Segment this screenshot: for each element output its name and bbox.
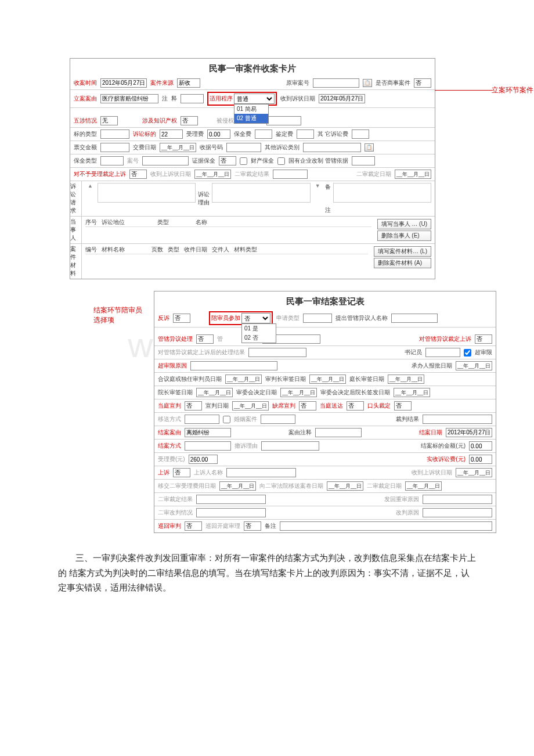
- scroll-up-icon[interactable]: ▲: [85, 183, 95, 214]
- inp-appellant[interactable]: [226, 468, 296, 477]
- inp-collegial-date[interactable]: __年__月__日: [225, 375, 262, 384]
- inp-committee-date[interactable]: __年__月__日: [280, 388, 317, 397]
- btn-add-party[interactable]: 填写当事人 … (U): [377, 219, 431, 229]
- inp-2nd-ruling-date[interactable]: __年__月__日: [405, 481, 442, 491]
- lbl-president-sign: 院长审签日期: [158, 388, 193, 397]
- inp-judgment-result[interactable]: [423, 415, 492, 424]
- dd-juror-no[interactable]: 02 否: [242, 333, 276, 343]
- inp-five-involve[interactable]: [100, 116, 118, 125]
- inp-jurisdiction-handle[interactable]: [196, 334, 214, 344]
- inp-post-committee-date[interactable]: __年__月__日: [394, 388, 430, 397]
- inp-close-mode[interactable]: [185, 441, 231, 451]
- inp-oral-ruling[interactable]: [394, 401, 412, 411]
- inp-2nd-result[interactable]: [273, 170, 308, 179]
- lookup-icon[interactable]: 📋: [363, 79, 372, 87]
- inp-appeal2[interactable]: [173, 468, 190, 477]
- inp-close-amount[interactable]: [469, 441, 492, 451]
- inp-remand-reason[interactable]: [423, 495, 492, 504]
- inp-case-cause[interactable]: [100, 94, 158, 103]
- inp-ip[interactable]: [181, 116, 198, 125]
- inp-receive-time[interactable]: [100, 78, 147, 88]
- cb-soe-reform[interactable]: [277, 157, 285, 165]
- inp-appraisal-fee[interactable]: [297, 129, 314, 139]
- inp-accept-fee[interactable]: [207, 129, 230, 139]
- inp-commercial[interactable]: [414, 78, 431, 88]
- inp-countersuit[interactable]: [173, 314, 190, 323]
- inp-absent-announce[interactable]: [299, 401, 316, 411]
- inp-2nd-result2[interactable]: [196, 495, 266, 504]
- inp-circuit-hearing[interactable]: [244, 521, 261, 531]
- dd-opt-normal[interactable]: 02 普通: [234, 114, 268, 123]
- cb-marriage[interactable]: [223, 416, 230, 423]
- inp-close-cause[interactable]: [185, 428, 231, 437]
- inp-court-serve[interactable]: [347, 401, 364, 411]
- inp-pay-amount[interactable]: [100, 143, 129, 152]
- inp-infringed-country[interactable]: [266, 116, 301, 125]
- cb-property-preserve[interactable]: [240, 157, 247, 165]
- inp-court-announce[interactable]: [185, 401, 202, 411]
- scroll-down-icon[interactable]: ▼: [313, 183, 323, 214]
- inp-appeal-recv-date[interactable]: __年__月__日: [456, 468, 492, 477]
- inp-appeal-receive-date[interactable]: __年__月__日: [194, 170, 231, 179]
- inp-jurisdiction-proposer[interactable]: [391, 314, 438, 323]
- row-countersuit: 反诉 陪审员参加 否 01 是 02 否 申请类型 提出管辖异议人名称: [154, 309, 496, 327]
- inp-reject-appeal[interactable]: [129, 170, 147, 179]
- inp-orig-caseno[interactable]: [313, 78, 359, 88]
- inp-withdraw-reason[interactable]: [261, 441, 319, 451]
- inp-clerk[interactable]: [425, 348, 460, 357]
- lbl-appraisal-fee: 鉴定费: [276, 130, 293, 138]
- inp-pay-date[interactable]: __年__月__日: [160, 143, 196, 152]
- inp-circuit[interactable]: [185, 521, 202, 531]
- inp-suit-subject[interactable]: [160, 129, 183, 139]
- btn-del-party[interactable]: 删除当事人 (E): [377, 231, 431, 241]
- inp-apply-type[interactable]: [303, 314, 332, 323]
- inp-subject-type[interactable]: [100, 129, 129, 139]
- inp-preserve-type[interactable]: [100, 156, 124, 165]
- inp-report-date[interactable]: __年__月__日: [456, 361, 492, 370]
- inp-other-fee[interactable]: [352, 129, 369, 139]
- lbl-receipt-no: 收据号码: [200, 143, 223, 152]
- inp-2nd-revise[interactable]: [196, 508, 266, 517]
- inp-accept-fee2[interactable]: [189, 455, 218, 464]
- inp-caseno[interactable]: [142, 156, 189, 165]
- btn-del-material[interactable]: 删除案件材料 (A): [374, 258, 431, 268]
- inp-preserve-fee[interactable]: [255, 129, 272, 139]
- inp-receipt-no[interactable]: [226, 143, 261, 152]
- inp-jurisdiction-appeal[interactable]: [475, 334, 492, 344]
- inp-case-source[interactable]: [177, 78, 200, 88]
- inp-chief-sign-date[interactable]: __年__月__日: [309, 375, 346, 384]
- inp-transfer-mode[interactable]: [185, 415, 219, 424]
- row-close-mode: 结案方式 撤诉理由 结案标的金额(元): [154, 439, 496, 452]
- inp-announce-date[interactable]: __年__月__日: [232, 401, 269, 411]
- dd-juror-yes[interactable]: 01 是: [242, 324, 276, 333]
- inp-note[interactable]: [181, 94, 204, 103]
- inp-jurisdiction-basis[interactable]: [352, 156, 375, 165]
- sel-juror[interactable]: 否: [241, 313, 270, 323]
- sel-procedure[interactable]: 普通: [234, 93, 275, 104]
- inp-evidence-preserve[interactable]: [219, 156, 236, 165]
- tab-reason: 诉讼理由: [198, 183, 210, 214]
- dd-opt-simple[interactable]: 01 简易: [234, 105, 268, 114]
- inp-cause-note[interactable]: [315, 428, 362, 437]
- lookup2-icon[interactable]: 📋: [365, 143, 374, 152]
- inp-after-appeal[interactable]: [248, 348, 306, 357]
- row-after-appeal: 对管辖异议裁定上诉后的处理结果 书记员 超审限: [154, 345, 496, 359]
- cb-overlimit[interactable]: [464, 349, 471, 357]
- inp-2nd-date[interactable]: __年__月__日: [395, 170, 431, 179]
- inp-transfer-fee-date[interactable]: __年__月__日: [219, 481, 256, 491]
- inp-close-date[interactable]: [446, 428, 492, 437]
- inp-president-sign[interactable]: __年__月__日: [196, 388, 233, 397]
- inp-actual-fee[interactable]: [469, 455, 492, 464]
- btn-add-material[interactable]: 填写案件材料… (L): [374, 246, 431, 257]
- lbl-appeal-recv-date: 收到上诉状日期: [412, 469, 452, 477]
- inp-overlimit-reason[interactable]: [190, 361, 277, 370]
- inp-remark3[interactable]: [280, 521, 492, 531]
- lbl-overlimit: 超审限: [475, 348, 492, 357]
- row-preserve: 保全类型 案号 证据保全 财产保全 国有企业改制 管辖依据: [70, 154, 435, 167]
- inp-marriage[interactable]: [261, 415, 295, 424]
- inp-revise-reason[interactable]: [423, 508, 492, 517]
- inp-transfer-file-date[interactable]: __年__月__日: [327, 481, 363, 491]
- inp-presiding-sign-date[interactable]: __年__月__日: [388, 375, 424, 384]
- inp-complaint-date[interactable]: [319, 94, 365, 103]
- inp-other-suit-type[interactable]: [303, 143, 361, 152]
